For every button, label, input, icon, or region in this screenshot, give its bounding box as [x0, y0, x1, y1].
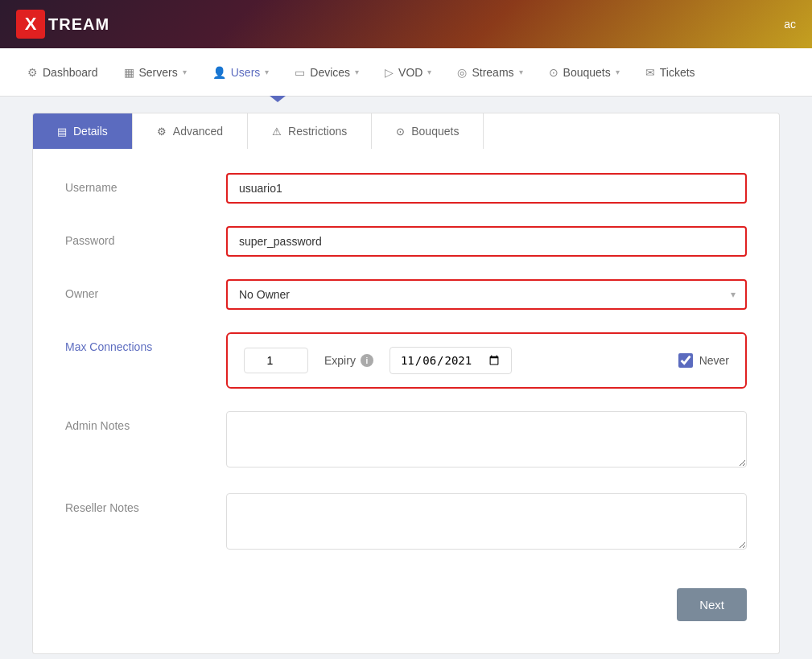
nav-dashboard-label: Dashboard [43, 66, 98, 79]
main-content: ▤ Details ⚙ Advanced ⚠ Restrictions ⊙ Bo… [0, 97, 812, 659]
details-tab-icon: ▤ [57, 126, 67, 138]
nav-users-label: Users [231, 66, 261, 79]
restrictions-tab-icon: ⚠ [272, 126, 282, 138]
servers-icon: ▦ [124, 66, 134, 79]
max-connections-label: Max Connections [65, 332, 226, 353]
servers-arrow-icon: ▾ [183, 68, 187, 76]
tab-advanced[interactable]: ⚙ Advanced [133, 113, 248, 149]
owner-select-wrap: No Owner ▾ [226, 279, 747, 310]
notes-label: Notes [101, 419, 130, 432]
password-row: Password [65, 226, 747, 257]
expiry-date-input[interactable] [390, 347, 512, 374]
dashboard-icon: ⚙ [27, 66, 38, 79]
admin-notes-textarea[interactable] [226, 411, 747, 467]
devices-icon: ▭ [295, 66, 305, 79]
nav-tickets-label: Tickets [660, 66, 695, 79]
connections-control: Expiry i Never [226, 332, 747, 389]
connections-input[interactable] [244, 348, 308, 373]
streams-arrow-icon: ▾ [519, 68, 523, 76]
header-user: ac [784, 18, 796, 31]
logo[interactable]: X TREAM [16, 10, 109, 39]
vod-arrow-icon: ▾ [427, 68, 431, 76]
form-footer: Next [65, 575, 747, 621]
expiry-text: Expiry [324, 354, 356, 367]
reseller-notes-row: Reseller Notes [65, 493, 747, 553]
username-label: Username [65, 173, 226, 194]
tab-advanced-label: Advanced [173, 125, 223, 138]
next-button[interactable]: Next [677, 588, 747, 621]
sidebar-item-dashboard[interactable]: ⚙ Dashboard [16, 60, 109, 85]
max-label-blue: Max [65, 340, 86, 353]
bouquets-arrow-icon: ▾ [616, 68, 620, 76]
expiry-label: Expiry i [324, 354, 373, 367]
logo-tream-text: TREAM [48, 15, 109, 34]
bouquets-icon: ⊙ [549, 66, 559, 79]
nav-bouquets-label: Bouquets [563, 66, 611, 79]
admin-notes-row: Admin Notes [65, 411, 747, 471]
header: X TREAM ac [0, 0, 812, 48]
never-label: Never [699, 354, 729, 367]
navbar: ⚙ Dashboard ▦ Servers ▾ 👤 Users ▾ ▭ Devi… [0, 48, 812, 97]
max-connections-row: Max Connections Expiry i Never [65, 332, 747, 389]
never-checkbox[interactable] [678, 353, 693, 368]
nav-servers-label: Servers [139, 66, 178, 79]
username-control [226, 173, 747, 204]
connections-label-blue: Connections [89, 340, 152, 353]
advanced-tab-icon: ⚙ [157, 126, 167, 138]
sidebar-item-vod[interactable]: ▷ VOD ▾ [373, 60, 443, 85]
admin-label: Admin [65, 419, 97, 432]
owner-control: No Owner ▾ [226, 279, 747, 310]
password-input[interactable] [226, 226, 747, 257]
sidebar-item-tickets[interactable]: ✉ Tickets [634, 60, 707, 85]
sidebar-item-streams[interactable]: ◎ Streams ▾ [446, 60, 534, 85]
reseller-notes-label: Reseller Notes [65, 493, 226, 514]
nav-vod-label: VOD [398, 66, 422, 79]
vod-icon: ▷ [385, 66, 394, 79]
users-arrow-icon: ▾ [265, 68, 269, 76]
owner-row: Owner No Owner ▾ [65, 279, 747, 310]
username-row: Username [65, 173, 747, 204]
sidebar-item-bouquets[interactable]: ⊙ Bouquets ▾ [538, 60, 631, 85]
reseller-notes-label-3: Notes [109, 501, 139, 514]
tickets-icon: ✉ [645, 66, 655, 79]
sidebar-item-devices[interactable]: ▭ Devices ▾ [283, 60, 370, 85]
devices-arrow-icon: ▾ [355, 68, 359, 76]
bouquets-tab-icon: ⊙ [396, 126, 405, 138]
form-panel: Username Password Owner No Owner ▾ [32, 149, 780, 654]
tab-details[interactable]: ▤ Details [33, 113, 133, 149]
expiry-info-icon[interactable]: i [361, 354, 373, 367]
connections-group: Expiry i Never [226, 332, 747, 389]
reseller-label: Reseller [65, 501, 106, 514]
streams-icon: ◎ [457, 66, 467, 79]
admin-notes-control [226, 411, 747, 471]
password-control [226, 226, 747, 257]
logo-x-icon: X [16, 10, 45, 39]
tab-details-label: Details [73, 125, 108, 138]
tab-restrictions-label: Restrictions [288, 125, 347, 138]
username-input[interactable] [226, 173, 747, 204]
tab-bar: ▤ Details ⚙ Advanced ⚠ Restrictions ⊙ Bo… [32, 113, 780, 149]
password-label: Password [65, 226, 226, 247]
sidebar-item-users[interactable]: 👤 Users ▾ [201, 60, 281, 85]
reseller-notes-control [226, 493, 747, 553]
tab-restrictions[interactable]: ⚠ Restrictions [248, 113, 372, 149]
owner-label: Owner [65, 279, 226, 300]
sidebar-item-servers[interactable]: ▦ Servers ▾ [113, 60, 198, 85]
owner-select[interactable]: No Owner [226, 279, 747, 310]
nav-devices-label: Devices [310, 66, 350, 79]
nav-streams-label: Streams [472, 66, 513, 79]
nav-active-indicator [270, 96, 286, 102]
tab-bouquets[interactable]: ⊙ Bouquets [372, 113, 484, 149]
reseller-notes-textarea[interactable] [226, 493, 747, 550]
never-wrap: Never [678, 353, 729, 368]
users-icon: 👤 [212, 66, 226, 79]
admin-notes-label: Admin Notes [65, 411, 226, 432]
tab-bouquets-label: Bouquets [411, 125, 459, 138]
